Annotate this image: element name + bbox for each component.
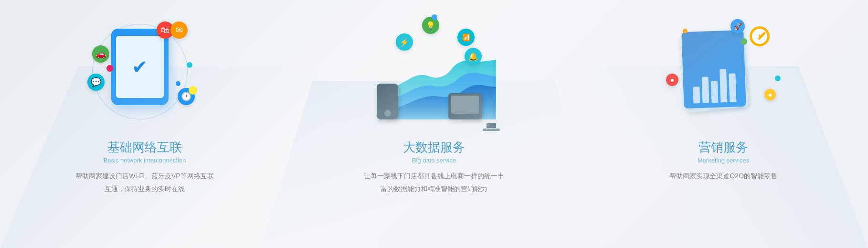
col-middle: ⚡ 💡 📶 🔔 xyxy=(289,0,579,248)
left-title-zh: 基础网络互联 xyxy=(75,139,213,156)
email-icon: ✉ xyxy=(170,22,188,39)
middle-title-en: Big data service xyxy=(364,157,504,164)
middle-title-zh: 大数据服务 xyxy=(364,139,504,156)
tablet-device: ✔ xyxy=(111,29,169,105)
middle-desc-line2: 富的数据能力和精准智能的营销能力 xyxy=(381,185,487,193)
bar-5 xyxy=(729,73,736,102)
yellow-icon: ● xyxy=(764,89,776,100)
bell-icon: 🔔 xyxy=(465,48,482,65)
tablet-illustration: 🛍 🚗 ✉ 💬 🕐 ✔ xyxy=(87,14,202,129)
bar-chart xyxy=(687,64,742,104)
tablet-screen: ✔ xyxy=(116,36,164,98)
left-desc-line2: 互通，保持业务的实时在线 xyxy=(105,185,185,193)
right-desc-line1: 帮助商家实现全渠道O2O的智能零售 xyxy=(669,172,777,180)
right-title-zh: 营销服务 xyxy=(669,139,777,156)
middle-desc-line1: 让每一家线下门店都具备线上电商一样的统一丰 xyxy=(364,172,504,180)
doc-mid xyxy=(681,30,746,108)
check-icon: ✔ xyxy=(132,56,148,78)
middle-icon-area: ⚡ 💡 📶 🔔 xyxy=(367,10,501,134)
right-icon-area: ↑ 🚀 ● ● xyxy=(656,10,790,134)
page-container: 🛍 🚗 ✉ 💬 🕐 ✔ 基础网络互联 Basic network inte xyxy=(0,0,868,248)
magnifier-circle: ↑ xyxy=(750,26,770,46)
col-right: ↑ 🚀 ● ● 营销服务 Marketing services 帮助商家实现全渠… xyxy=(579,0,868,248)
left-desc-line1: 帮助商家建设门店Wi-Fi、蓝牙及VP等网络互联 xyxy=(75,172,213,180)
left-title-en: Basic network interconnection xyxy=(75,157,213,164)
col-left: 🛍 🚗 ✉ 💬 🕐 ✔ 基础网络互联 Basic network inte xyxy=(0,0,289,248)
bar-2 xyxy=(702,76,709,103)
dot-pink xyxy=(106,65,113,72)
dot-orange-right xyxy=(683,29,688,33)
right-title-en: Marketing services xyxy=(669,157,777,164)
msg-icon: 💬 xyxy=(87,74,105,91)
wifi-icon: 📶 xyxy=(457,29,475,46)
dot-teal xyxy=(187,62,192,68)
middle-desc: 让每一家线下门店都具备线上电商一样的统一丰 富的数据能力和精准智能的营销能力 xyxy=(364,170,504,195)
rocket-icon: 🚀 xyxy=(730,19,745,33)
car-icon: 🚗 xyxy=(92,45,109,63)
dot-blue-mid xyxy=(432,14,437,20)
dot-yellow xyxy=(189,86,197,95)
middle-text-area: 大数据服务 Big data service 让每一家线下门店都具备线上电商一样… xyxy=(345,134,523,195)
left-text-area: 基础网络互联 Basic network interconnection 帮助商… xyxy=(56,134,233,195)
red-icon: ● xyxy=(666,74,678,86)
phone-device xyxy=(377,84,398,119)
left-icon-area: 🛍 🚗 ✉ 💬 🕐 ✔ xyxy=(78,10,212,134)
bar-3 xyxy=(711,81,719,103)
left-desc: 帮助商家建设门店Wi-Fi、蓝牙及VP等网络互联 互通，保持业务的实时在线 xyxy=(75,170,213,195)
bar-1 xyxy=(693,86,700,103)
right-desc: 帮助商家实现全渠道O2O的智能零售 xyxy=(669,170,777,183)
bulb-icon: 💡 xyxy=(422,17,439,34)
magnifier-icon: ↑ xyxy=(750,26,778,55)
bigdata-illustration: ⚡ 💡 📶 🔔 xyxy=(367,14,501,129)
dot-cyan-right xyxy=(775,75,781,81)
bar-4 xyxy=(720,69,727,102)
dot-green-right xyxy=(741,38,747,45)
bolt-icon: ⚡ xyxy=(396,33,413,51)
right-text-area: 营销服务 Marketing services 帮助商家实现全渠道O2O的智能零… xyxy=(650,134,796,183)
marketing-illustration: ↑ 🚀 ● ● xyxy=(656,14,790,129)
dot-blue xyxy=(176,81,180,86)
